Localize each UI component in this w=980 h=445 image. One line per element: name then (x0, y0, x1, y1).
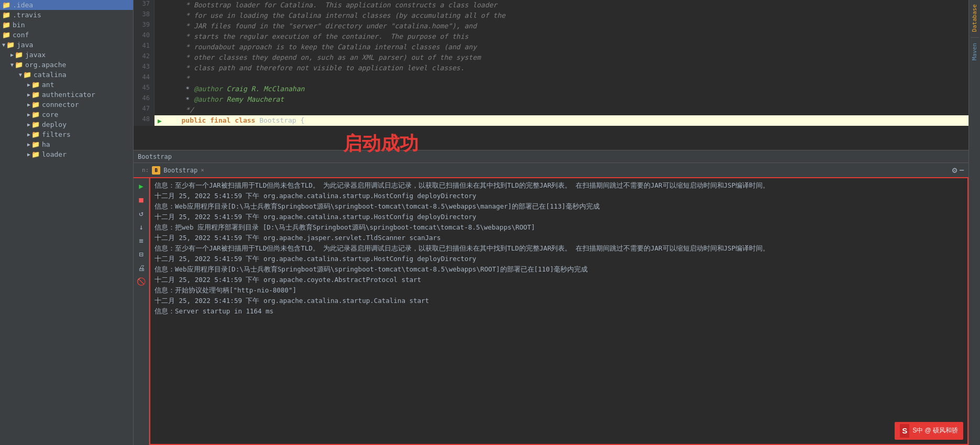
code-line-37: 37 * Bootstrap loader for Catalina. This… (134, 0, 968, 10)
sidebar-item-ha[interactable]: ▶ 📁 ha (0, 139, 133, 149)
code-line-48: 48 ▶ public final class Bootstrap { (134, 115, 968, 126)
folder-icon: 📁 (31, 121, 40, 128)
sidebar-item-loader[interactable]: ▶ 📁 loader (0, 149, 133, 159)
expand-arrow: ▶ (27, 92, 30, 97)
folder-icon: 📁 (2, 11, 10, 19)
folder-icon: 📁 (15, 51, 23, 59)
sidebar-item-conf[interactable]: 📁 conf (0, 30, 133, 40)
console-line: 十二月 25, 2022 5:41:59 下午 org.apache.catal… (155, 212, 963, 222)
expand-arrow: ▶ (27, 132, 30, 137)
rerun-button[interactable]: ↺ (136, 208, 147, 219)
expand-arrow: ▶ (27, 112, 30, 117)
expand-arrow: ▶ (27, 151, 30, 157)
code-line-39: 39 * JAR files found in the "server" dir… (134, 21, 968, 31)
tab-close-btn[interactable]: × (201, 167, 204, 173)
sidebar-item-filters[interactable]: ▶ 📁 filters (0, 129, 133, 139)
run-bar: n: B Bootstrap × ⚙ − (134, 162, 968, 177)
code-line-47: 47 */ (134, 105, 968, 115)
console-line: 十二月 25, 2022 5:41:59 下午 org.apache.coyot… (155, 275, 963, 285)
csdn-logo: S (900, 424, 909, 438)
folder-icon: 📁 (2, 21, 10, 29)
sidebar-item-bin[interactable]: 📁 bin (0, 20, 133, 30)
console-output[interactable]: 信息：至少有一个JAR被扫描用于TLD但尚未包含TLD。 为此记录器启用调试日志… (149, 178, 968, 445)
filename-bar: Bootstrap (134, 150, 968, 162)
console-line: 信息：Web应用程序目录[D:\马士兵教育Springboot源码\spring… (155, 201, 963, 212)
run-tab[interactable]: n: B Bootstrap × (138, 165, 208, 176)
code-line-42: 42 * other classes they depend on, such … (134, 52, 968, 63)
console-line: 十二月 25, 2022 5:41:59 下午 org.apache.jaspe… (155, 233, 963, 243)
run-bar-right: ⚙ − (952, 165, 964, 175)
folder-icon: 📁 (15, 61, 23, 69)
console-toolbar: ▶ ■ ↺ ↓ ≡ ⊟ 🖨 🚫 (134, 178, 149, 445)
sidebar-item-catalina[interactable]: ▼ 📁 catalina (0, 70, 133, 80)
console-line: 信息：至少有一个JAR被扫描用于TLD但尚未包含TLD。 为此记录器启用调试日志… (155, 180, 963, 191)
folder-icon: 📁 (23, 71, 31, 79)
fold-button[interactable]: ⊟ (136, 248, 147, 260)
folder-icon: 📁 (31, 150, 40, 158)
run-arrow-icon: ▶ (155, 115, 165, 126)
console-line: 十二月 25, 2022 5:41:59 下午 org.apache.catal… (155, 191, 963, 201)
folder-icon: 📁 (31, 131, 40, 138)
expand-arrow: ▶ (27, 142, 30, 147)
sidebar-item-javax[interactable]: ▶ 📁 javax (0, 50, 133, 60)
expand-arrow: ▶ (27, 102, 30, 107)
divider (971, 37, 979, 38)
sidebar-item-orgapache[interactable]: ▼ 📁 org.apache (0, 60, 133, 70)
minimize-icon[interactable]: − (959, 165, 964, 175)
code-line-41: 41 * roundabout approach is to keep the … (134, 42, 968, 52)
file-tree: 📁 .idea 📁 .travis 📁 bin 📁 conf ▼ 📁 java … (0, 0, 134, 445)
sidebar-item-core[interactable]: ▶ 📁 core (0, 110, 133, 120)
folder-icon: 📁 (2, 1, 10, 9)
csdn-watermark: S S中 @ 硕风和骄 (895, 422, 963, 440)
expand-arrow: ▶ (27, 82, 30, 88)
console-line: 十二月 25, 2022 5:41:59 下午 org.apache.catal… (155, 296, 963, 306)
maven-tab[interactable]: Maven (970, 39, 979, 64)
code-line-44: 44 * (134, 73, 968, 84)
sidebar-item-travis[interactable]: 📁 .travis (0, 10, 133, 20)
folder-icon: 📁 (6, 41, 15, 49)
expand-arrow: ▼ (2, 42, 5, 48)
expand-arrow: ▶ (27, 122, 30, 127)
console-line: 信息：Server startup in 1164 ms (155, 306, 963, 317)
run-tab-label: Bootstrap (163, 167, 197, 174)
expand-arrow: ▼ (10, 62, 14, 68)
folder-icon: 📁 (31, 140, 40, 148)
run-prefix: n: (142, 167, 149, 173)
expand-arrow: ▶ (10, 52, 14, 58)
scroll-to-end-button[interactable]: ↓ (136, 221, 147, 233)
sidebar-item-authenticator[interactable]: ▶ 📁 authenticator (0, 90, 133, 100)
bootstrap-tab-icon: B (152, 166, 160, 175)
folder-icon: 📁 (31, 111, 40, 118)
code-line-40: 40 * starts the regular execution of the… (134, 31, 968, 42)
sidebar-item-ant[interactable]: ▶ 📁 ant (0, 80, 133, 90)
code-editor: 37 * Bootstrap loader for Catalina. This… (134, 0, 968, 162)
settings-icon[interactable]: ⚙ (952, 165, 957, 175)
sidebar-item-connector[interactable]: ▶ 📁 connector (0, 100, 133, 110)
console-line: 信息：把web 应用程序部署到目录 [D:\马士兵教育Springboot源码\… (155, 222, 963, 233)
folder-icon: 📁 (31, 81, 40, 89)
stop-button[interactable]: ■ (136, 194, 147, 205)
code-line-43: 43 * class path and therefore not visibl… (134, 63, 968, 73)
console-line: 信息：至少有一个JAR被扫描用于TLD但尚未包含TLD。 为此记录器启用调试日志… (155, 243, 963, 254)
console-line: 十二月 25, 2022 5:41:59 下午 org.apache.catal… (155, 254, 963, 264)
sidebar-item-idea[interactable]: 📁 .idea (0, 0, 133, 10)
play-button[interactable]: ▶ (136, 180, 147, 192)
sidebar-item-deploy[interactable]: ▶ 📁 deploy (0, 120, 133, 129)
expand-arrow: ▼ (19, 72, 22, 78)
folder-icon: 📁 (2, 31, 10, 39)
sidebar-item-java[interactable]: ▼ 📁 java (0, 40, 133, 50)
console-line: 信息：Web应用程序目录[D:\马士兵教育Springboot源码\spring… (155, 264, 963, 275)
code-line-46: 46 * @author Remy Maucherat (134, 94, 968, 105)
code-line-45: 45 * @author Craig R. McClanahan (134, 84, 968, 94)
folder-icon: 📁 (31, 91, 40, 99)
filename-label: Bootstrap (138, 153, 172, 160)
clear-button[interactable]: 🚫 (136, 276, 147, 287)
console-wrapper: ▶ ■ ↺ ↓ ≡ ⊟ 🖨 🚫 信息：至少有一个JAR被扫描用于TLD但尚未包含… (134, 177, 968, 445)
right-sidebar: Database Maven (968, 0, 980, 445)
soft-wrap-button[interactable]: ≡ (136, 235, 147, 246)
csdn-text: S中 @ 硕风和骄 (912, 426, 958, 436)
database-tab[interactable]: Database (970, 0, 979, 36)
print-button[interactable]: 🖨 (136, 262, 147, 274)
code-line-38: 38 * for use in loading the Catalina int… (134, 10, 968, 21)
code-lines: 37 * Bootstrap loader for Catalina. This… (134, 0, 968, 126)
